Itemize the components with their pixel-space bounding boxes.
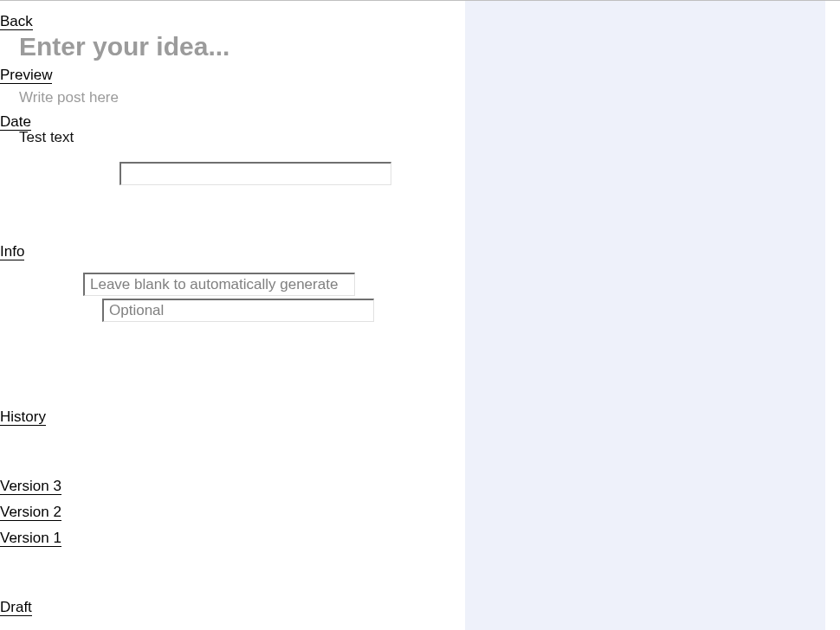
history-link[interactable]: History xyxy=(0,408,465,426)
viewport: Back Preview Date Test text Info History xyxy=(0,1,840,630)
draft-link-label: Draft xyxy=(0,599,32,616)
info-link-label: Info xyxy=(0,243,24,260)
info-input-1[interactable] xyxy=(83,273,355,296)
preview-link-label: Preview xyxy=(0,67,52,84)
history-version[interactable]: Version 1 xyxy=(0,530,465,547)
date-link[interactable]: Date xyxy=(0,113,465,131)
history-version[interactable]: Version 2 xyxy=(0,504,465,521)
idea-title-input[interactable] xyxy=(19,32,452,61)
history-version-label: Version 3 xyxy=(0,478,61,495)
preview-panel xyxy=(465,1,825,630)
post-body-display: Test text xyxy=(19,129,465,146)
date-link-label: Date xyxy=(0,113,31,131)
date-input[interactable] xyxy=(120,162,391,185)
post-body-input[interactable] xyxy=(19,89,452,110)
editor-column[interactable]: Back Preview Date Test text Info History xyxy=(0,1,465,630)
history-version-label: Version 2 xyxy=(0,504,61,521)
history-version-label: Version 1 xyxy=(0,530,61,547)
info-link[interactable]: Info xyxy=(0,243,465,260)
back-link[interactable]: Back xyxy=(0,1,465,30)
draft-link[interactable]: Draft xyxy=(0,599,465,616)
history-link-label: History xyxy=(0,408,46,426)
info-input-2[interactable] xyxy=(102,299,374,322)
history-version[interactable]: Version 3 xyxy=(0,478,465,495)
preview-link[interactable]: Preview xyxy=(0,61,465,84)
back-link-label: Back xyxy=(0,13,33,30)
